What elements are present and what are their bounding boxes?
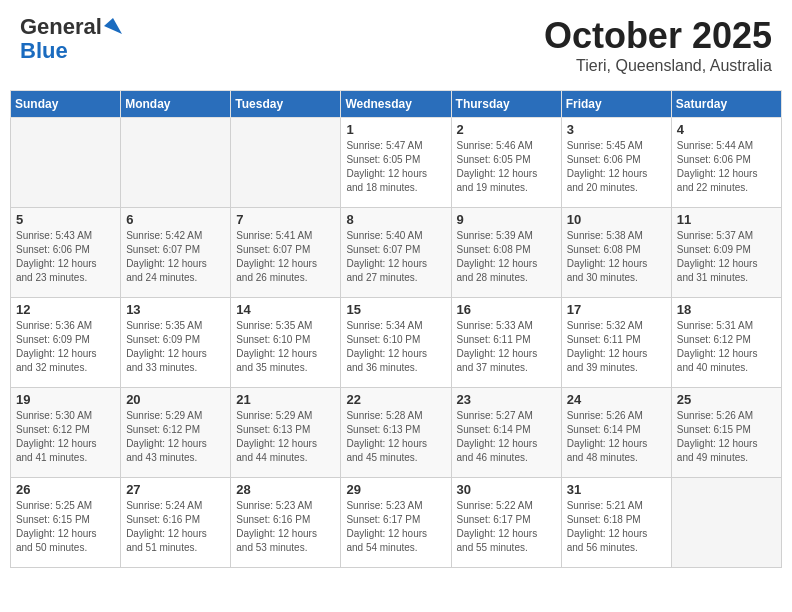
week-row-1: 1Sunrise: 5:47 AMSunset: 6:05 PMDaylight…: [11, 118, 782, 208]
month-title: October 2025: [544, 15, 772, 57]
day-info: Sunrise: 5:41 AMSunset: 6:07 PMDaylight:…: [236, 229, 335, 285]
day-info: Sunrise: 5:44 AMSunset: 6:06 PMDaylight:…: [677, 139, 776, 195]
day-cell: [231, 118, 341, 208]
day-number: 30: [457, 482, 556, 497]
day-info: Sunrise: 5:30 AMSunset: 6:12 PMDaylight:…: [16, 409, 115, 465]
logo: General Blue: [20, 15, 122, 63]
day-info: Sunrise: 5:38 AMSunset: 6:08 PMDaylight:…: [567, 229, 666, 285]
day-cell: 6Sunrise: 5:42 AMSunset: 6:07 PMDaylight…: [121, 208, 231, 298]
day-cell: 27Sunrise: 5:24 AMSunset: 6:16 PMDayligh…: [121, 478, 231, 568]
day-info: Sunrise: 5:23 AMSunset: 6:17 PMDaylight:…: [346, 499, 445, 555]
day-cell: 14Sunrise: 5:35 AMSunset: 6:10 PMDayligh…: [231, 298, 341, 388]
day-info: Sunrise: 5:40 AMSunset: 6:07 PMDaylight:…: [346, 229, 445, 285]
day-number: 4: [677, 122, 776, 137]
day-info: Sunrise: 5:47 AMSunset: 6:05 PMDaylight:…: [346, 139, 445, 195]
day-number: 21: [236, 392, 335, 407]
day-cell: 7Sunrise: 5:41 AMSunset: 6:07 PMDaylight…: [231, 208, 341, 298]
day-number: 15: [346, 302, 445, 317]
calendar-table: SundayMondayTuesdayWednesdayThursdayFrid…: [10, 90, 782, 568]
location: Tieri, Queensland, Australia: [544, 57, 772, 75]
day-info: Sunrise: 5:32 AMSunset: 6:11 PMDaylight:…: [567, 319, 666, 375]
week-row-5: 26Sunrise: 5:25 AMSunset: 6:15 PMDayligh…: [11, 478, 782, 568]
day-number: 19: [16, 392, 115, 407]
day-number: 17: [567, 302, 666, 317]
column-header-saturday: Saturday: [671, 91, 781, 118]
day-info: Sunrise: 5:21 AMSunset: 6:18 PMDaylight:…: [567, 499, 666, 555]
day-cell: 28Sunrise: 5:23 AMSunset: 6:16 PMDayligh…: [231, 478, 341, 568]
day-number: 23: [457, 392, 556, 407]
day-number: 29: [346, 482, 445, 497]
day-number: 24: [567, 392, 666, 407]
day-info: Sunrise: 5:46 AMSunset: 6:05 PMDaylight:…: [457, 139, 556, 195]
column-header-sunday: Sunday: [11, 91, 121, 118]
day-info: Sunrise: 5:35 AMSunset: 6:09 PMDaylight:…: [126, 319, 225, 375]
day-cell: 5Sunrise: 5:43 AMSunset: 6:06 PMDaylight…: [11, 208, 121, 298]
logo-general: General: [20, 15, 102, 39]
day-number: 11: [677, 212, 776, 227]
day-cell: 12Sunrise: 5:36 AMSunset: 6:09 PMDayligh…: [11, 298, 121, 388]
day-cell: 25Sunrise: 5:26 AMSunset: 6:15 PMDayligh…: [671, 388, 781, 478]
day-cell: 17Sunrise: 5:32 AMSunset: 6:11 PMDayligh…: [561, 298, 671, 388]
day-info: Sunrise: 5:35 AMSunset: 6:10 PMDaylight:…: [236, 319, 335, 375]
day-cell: 1Sunrise: 5:47 AMSunset: 6:05 PMDaylight…: [341, 118, 451, 208]
day-number: 8: [346, 212, 445, 227]
calendar-body: 1Sunrise: 5:47 AMSunset: 6:05 PMDaylight…: [11, 118, 782, 568]
day-info: Sunrise: 5:34 AMSunset: 6:10 PMDaylight:…: [346, 319, 445, 375]
day-info: Sunrise: 5:39 AMSunset: 6:08 PMDaylight:…: [457, 229, 556, 285]
day-number: 25: [677, 392, 776, 407]
column-header-wednesday: Wednesday: [341, 91, 451, 118]
day-info: Sunrise: 5:29 AMSunset: 6:12 PMDaylight:…: [126, 409, 225, 465]
day-cell: 16Sunrise: 5:33 AMSunset: 6:11 PMDayligh…: [451, 298, 561, 388]
logo-bird-icon: [104, 18, 122, 34]
day-number: 1: [346, 122, 445, 137]
column-header-monday: Monday: [121, 91, 231, 118]
day-info: Sunrise: 5:25 AMSunset: 6:15 PMDaylight:…: [16, 499, 115, 555]
day-cell: [671, 478, 781, 568]
day-number: 31: [567, 482, 666, 497]
day-cell: 30Sunrise: 5:22 AMSunset: 6:17 PMDayligh…: [451, 478, 561, 568]
day-cell: 2Sunrise: 5:46 AMSunset: 6:05 PMDaylight…: [451, 118, 561, 208]
day-info: Sunrise: 5:27 AMSunset: 6:14 PMDaylight:…: [457, 409, 556, 465]
day-cell: [11, 118, 121, 208]
day-number: 13: [126, 302, 225, 317]
day-info: Sunrise: 5:26 AMSunset: 6:15 PMDaylight:…: [677, 409, 776, 465]
day-cell: 21Sunrise: 5:29 AMSunset: 6:13 PMDayligh…: [231, 388, 341, 478]
calendar-header: SundayMondayTuesdayWednesdayThursdayFrid…: [11, 91, 782, 118]
day-number: 22: [346, 392, 445, 407]
day-cell: 10Sunrise: 5:38 AMSunset: 6:08 PMDayligh…: [561, 208, 671, 298]
day-number: 10: [567, 212, 666, 227]
day-cell: 22Sunrise: 5:28 AMSunset: 6:13 PMDayligh…: [341, 388, 451, 478]
day-number: 6: [126, 212, 225, 227]
page-header: General Blue October 2025 Tieri, Queensl…: [10, 10, 782, 80]
day-number: 12: [16, 302, 115, 317]
day-number: 7: [236, 212, 335, 227]
day-number: 14: [236, 302, 335, 317]
week-row-3: 12Sunrise: 5:36 AMSunset: 6:09 PMDayligh…: [11, 298, 782, 388]
svg-marker-0: [104, 18, 122, 34]
day-cell: 11Sunrise: 5:37 AMSunset: 6:09 PMDayligh…: [671, 208, 781, 298]
day-number: 5: [16, 212, 115, 227]
day-cell: 20Sunrise: 5:29 AMSunset: 6:12 PMDayligh…: [121, 388, 231, 478]
day-info: Sunrise: 5:43 AMSunset: 6:06 PMDaylight:…: [16, 229, 115, 285]
day-cell: 26Sunrise: 5:25 AMSunset: 6:15 PMDayligh…: [11, 478, 121, 568]
day-info: Sunrise: 5:33 AMSunset: 6:11 PMDaylight:…: [457, 319, 556, 375]
day-info: Sunrise: 5:28 AMSunset: 6:13 PMDaylight:…: [346, 409, 445, 465]
week-row-4: 19Sunrise: 5:30 AMSunset: 6:12 PMDayligh…: [11, 388, 782, 478]
column-header-friday: Friday: [561, 91, 671, 118]
day-cell: 19Sunrise: 5:30 AMSunset: 6:12 PMDayligh…: [11, 388, 121, 478]
day-cell: 23Sunrise: 5:27 AMSunset: 6:14 PMDayligh…: [451, 388, 561, 478]
day-cell: 18Sunrise: 5:31 AMSunset: 6:12 PMDayligh…: [671, 298, 781, 388]
title-section: October 2025 Tieri, Queensland, Australi…: [544, 15, 772, 75]
day-cell: 4Sunrise: 5:44 AMSunset: 6:06 PMDaylight…: [671, 118, 781, 208]
day-info: Sunrise: 5:29 AMSunset: 6:13 PMDaylight:…: [236, 409, 335, 465]
day-cell: 13Sunrise: 5:35 AMSunset: 6:09 PMDayligh…: [121, 298, 231, 388]
day-number: 26: [16, 482, 115, 497]
day-number: 18: [677, 302, 776, 317]
logo-blue: Blue: [20, 39, 68, 63]
day-number: 2: [457, 122, 556, 137]
day-cell: 15Sunrise: 5:34 AMSunset: 6:10 PMDayligh…: [341, 298, 451, 388]
day-info: Sunrise: 5:45 AMSunset: 6:06 PMDaylight:…: [567, 139, 666, 195]
day-info: Sunrise: 5:24 AMSunset: 6:16 PMDaylight:…: [126, 499, 225, 555]
day-cell: 9Sunrise: 5:39 AMSunset: 6:08 PMDaylight…: [451, 208, 561, 298]
day-info: Sunrise: 5:23 AMSunset: 6:16 PMDaylight:…: [236, 499, 335, 555]
